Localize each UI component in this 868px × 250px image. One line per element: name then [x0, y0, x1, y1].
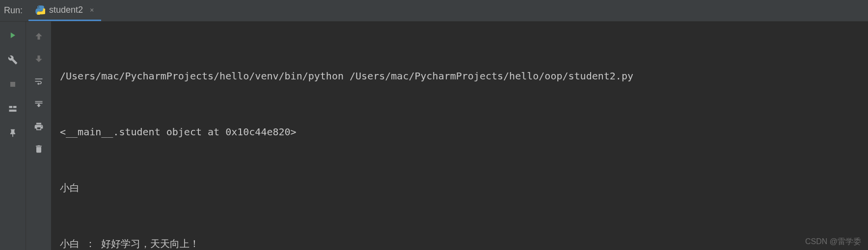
- soft-wrap-icon[interactable]: [33, 75, 45, 87]
- close-icon[interactable]: ×: [90, 6, 94, 14]
- svg-rect-2: [13, 106, 17, 108]
- svg-rect-3: [9, 110, 17, 112]
- rerun-button[interactable]: [7, 29, 19, 41]
- print-icon[interactable]: [33, 121, 45, 132]
- console-line: <__main__.student object at 0x10c44e820>: [60, 123, 859, 141]
- tab-label: student2: [49, 5, 83, 15]
- layout-button[interactable]: [7, 103, 19, 115]
- trash-icon[interactable]: [33, 143, 45, 155]
- svg-rect-1: [9, 106, 13, 108]
- console-action-toolbar: [26, 22, 51, 250]
- run-config-tab[interactable]: student2 ×: [28, 0, 101, 21]
- watermark: CSDN @雷学委: [805, 237, 861, 247]
- wrench-icon[interactable]: [7, 54, 19, 66]
- console-line: 小白 ： 好好学习，天天向上！: [60, 234, 859, 250]
- run-panel-label: Run:: [0, 5, 28, 16]
- run-tool-body: /Users/mac/PycharmProjects/hello/venv/bi…: [0, 22, 868, 250]
- console-output[interactable]: /Users/mac/PycharmProjects/hello/venv/bi…: [51, 22, 868, 250]
- pin-icon[interactable]: [7, 127, 19, 139]
- run-tool-header: Run: student2 ×: [0, 0, 868, 22]
- svg-rect-0: [10, 82, 15, 87]
- scroll-to-end-icon[interactable]: [33, 98, 45, 110]
- stop-button[interactable]: [7, 78, 19, 90]
- console-line: /Users/mac/PycharmProjects/hello/venv/bi…: [60, 67, 859, 85]
- arrow-up-icon[interactable]: [33, 30, 45, 42]
- console-line: 小白: [60, 178, 859, 197]
- left-gutter-toolbar: [0, 22, 26, 250]
- arrow-down-icon[interactable]: [33, 53, 45, 65]
- python-icon: [35, 5, 45, 15]
